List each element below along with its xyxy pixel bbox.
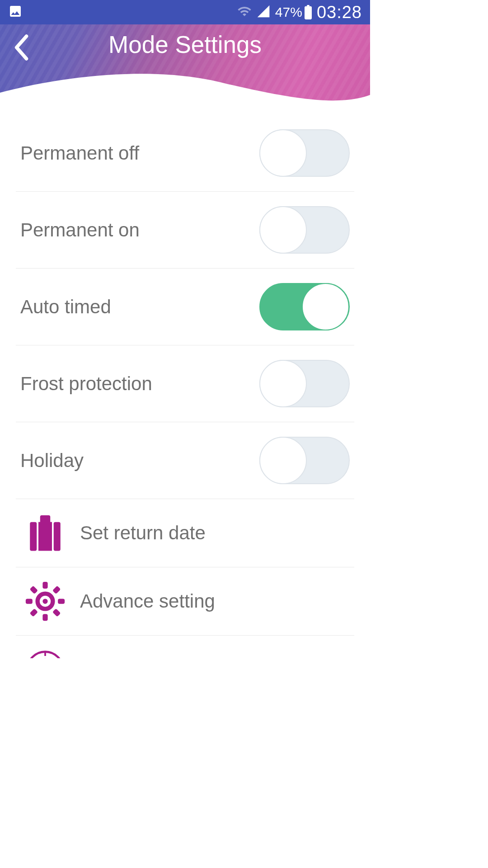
- toggle-knob: [259, 206, 307, 254]
- battery-indicator: 47%: [275, 5, 312, 20]
- toggle-permanent-on[interactable]: [259, 206, 350, 254]
- status-left: [8, 4, 23, 20]
- toggle-row-permanent-off: Permanent off: [16, 115, 354, 192]
- action-alternate-times[interactable]: Alternate times: [16, 636, 354, 658]
- svg-rect-8: [26, 599, 33, 604]
- battery-percent: 47%: [275, 5, 302, 20]
- toggle-knob: [259, 360, 307, 407]
- action-advance-setting[interactable]: Advance setting: [16, 567, 354, 636]
- signal-icon: [256, 4, 271, 20]
- toggle-auto-timed[interactable]: [259, 283, 350, 330]
- action-set-return-date[interactable]: Set return date: [16, 499, 354, 567]
- svg-rect-6: [42, 582, 47, 589]
- status-right: 47% 03:28: [237, 3, 362, 22]
- toggle-knob: [259, 437, 307, 484]
- back-button[interactable]: [11, 33, 30, 61]
- status-bar: 47% 03:28: [0, 0, 370, 24]
- svg-rect-10: [52, 586, 61, 594]
- svg-rect-11: [30, 609, 38, 617]
- svg-rect-0: [30, 522, 37, 551]
- action-label: Set return date: [80, 522, 206, 544]
- toggle-knob: [259, 129, 307, 177]
- header: Mode Settings: [0, 24, 370, 106]
- wifi-icon: [237, 4, 252, 20]
- clock-time: 03:28: [317, 3, 362, 22]
- svg-rect-12: [30, 586, 38, 594]
- page-title: Mode Settings: [108, 31, 262, 58]
- toggle-knob: [302, 283, 349, 330]
- toggle-row-holiday: Holiday: [16, 422, 354, 499]
- gear-icon: [25, 581, 66, 622]
- toggle-row-auto-timed: Auto timed: [16, 269, 354, 345]
- svg-rect-1: [54, 522, 61, 551]
- toggle-permanent-off[interactable]: [259, 129, 350, 177]
- action-label: Advance setting: [80, 590, 215, 612]
- svg-rect-13: [52, 609, 61, 617]
- suitcase-icon: [25, 513, 66, 553]
- clock-icon: [25, 649, 66, 658]
- content: Permanent off Permanent on Auto timed Fr…: [0, 106, 370, 658]
- toggle-row-frost-protection: Frost protection: [16, 345, 354, 422]
- toggle-label: Frost protection: [20, 373, 152, 395]
- svg-rect-2: [38, 522, 52, 551]
- svg-point-5: [42, 599, 47, 604]
- toggle-row-permanent-on: Permanent on: [16, 192, 354, 269]
- toggle-holiday[interactable]: [259, 437, 350, 484]
- toggle-label: Auto timed: [20, 296, 111, 318]
- toggle-label: Permanent on: [20, 219, 140, 241]
- toggle-frost-protection[interactable]: [259, 360, 350, 407]
- toggle-label: Permanent off: [20, 142, 139, 164]
- svg-rect-3: [40, 515, 51, 524]
- toggle-label: Holiday: [20, 450, 84, 472]
- wave-decoration: [0, 70, 370, 106]
- svg-rect-7: [42, 614, 47, 621]
- svg-rect-9: [58, 599, 65, 604]
- picture-icon: [8, 4, 23, 20]
